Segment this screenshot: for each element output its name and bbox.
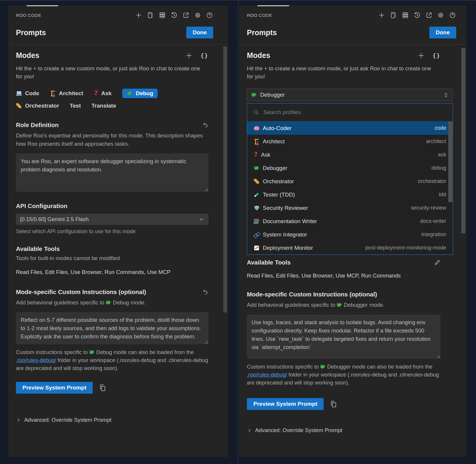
api-configuration-title: API Configuration: [16, 202, 67, 210]
settings-gear-icon[interactable]: [194, 12, 201, 19]
custom-instructions-description: Add behavioral guidelines specific toDeb…: [247, 301, 441, 309]
bug-icon: [105, 300, 112, 306]
edit-tools-pencil-icon[interactable]: [434, 259, 441, 266]
copy-system-prompt-icon[interactable]: [330, 400, 338, 408]
add-mode-icon[interactable]: [417, 52, 425, 59]
profile-row-deployment-monitor[interactable]: Deployment Monitorpost-deployment-monito…: [247, 241, 453, 254]
mode-chip-translate[interactable]: Translate: [92, 103, 116, 109]
panel-debugger-mode: ROO CODE Prompts Done Modes {}: [239, 5, 467, 457]
mode-chip-test[interactable]: Test: [70, 103, 81, 109]
custom-instructions-title: Mode-specific Custom Instructions (optio…: [247, 291, 377, 298]
marketplace-icon[interactable]: [147, 12, 154, 19]
boomerang-icon: [254, 179, 260, 184]
available-tools-note: Tools for built-in modes cannot be modif…: [16, 254, 208, 262]
rules-folder-link[interactable]: .roo/rules-debug/: [16, 357, 56, 363]
books-icon: [254, 218, 260, 224]
profile-row-orchestrator[interactable]: Orchestratororchestrator: [247, 175, 453, 188]
mode-select-dropdown: Search profiles Auto-Codercode Architect…: [247, 103, 453, 255]
panel-debug-mode: ROO CODE Prompts Done Modes {}: [8, 5, 228, 457]
active-tab-indicator: [27, 5, 58, 6]
add-mode-icon[interactable]: [185, 52, 193, 59]
edit-modes-json-icon[interactable]: {}: [200, 52, 208, 59]
help-icon[interactable]: [206, 12, 213, 19]
settings-gear-icon[interactable]: [437, 12, 444, 19]
history-icon[interactable]: [413, 12, 421, 19]
resize-grip[interactable]: [436, 355, 440, 358]
modes-title: Modes: [16, 51, 39, 60]
new-task-icon[interactable]: [378, 12, 385, 19]
search-placeholder: Search profiles: [263, 109, 301, 116]
extension-titlebar: ROO CODE: [239, 5, 467, 22]
copy-system-prompt-icon[interactable]: [99, 384, 107, 392]
modes-description: Hit the + to create a new custom mode, o…: [16, 64, 206, 80]
open-in-editor-icon[interactable]: [425, 12, 433, 19]
laptop-icon: [16, 90, 22, 96]
question-icon: [94, 90, 98, 96]
api-configuration-select[interactable]: [0.15/0.60] Gemini 2.5 Flash: [16, 214, 208, 225]
rules-folder-link[interactable]: .roo/rules-debug/: [247, 372, 287, 378]
custom-instructions-textarea[interactable]: Use logs, traces, and stack analysis to …: [247, 314, 441, 359]
custom-instructions-description: Add behavioral guidelines specific toDeb…: [16, 298, 208, 307]
mode-chip-ask[interactable]: Ask: [94, 89, 112, 98]
resize-grip[interactable]: [204, 188, 208, 191]
dropdown-scrollbar[interactable]: [448, 121, 452, 202]
advanced-override-toggle[interactable]: Advanced: Override System Prompt: [16, 417, 208, 423]
available-tools-list: Read Files, Edit Files, Use Browser, Use…: [247, 272, 441, 279]
help-icon[interactable]: [449, 12, 456, 19]
right-panel-scrollbar[interactable]: [461, 48, 465, 233]
left-panel-scrollbar[interactable]: [223, 46, 227, 312]
modes-description: Hit the + to create a new custom mode, o…: [247, 64, 437, 80]
new-task-icon[interactable]: [135, 12, 142, 19]
roo-code-prompts-screens: ROO CODE Prompts Done Modes {}: [0, 0, 476, 464]
mode-chip-orchestrator[interactable]: Orchestrator: [16, 103, 59, 109]
extension-titlebar: ROO CODE: [8, 5, 228, 22]
bug-icon: [251, 92, 257, 98]
available-tools-list: Read Files, Edit Files, Use Browser, Run…: [16, 269, 208, 275]
app-title: ROO CODE: [16, 13, 41, 18]
app-title: ROO CODE: [247, 13, 272, 18]
advanced-override-toggle[interactable]: Advanced: Override System Prompt: [247, 427, 441, 434]
marketplace-icon[interactable]: [390, 12, 397, 19]
active-tab-indicator: [257, 5, 289, 6]
api-configuration-helper: Select which API configuration to use fo…: [16, 228, 208, 235]
bug-icon: [127, 90, 133, 96]
profile-row-debugger[interactable]: Debuggerdebug: [247, 161, 453, 175]
role-definition-textarea[interactable]: You are Roo, an expert software debugger…: [16, 153, 208, 192]
profile-row-documentation-writer[interactable]: Documentation Writerdocs-writer: [247, 215, 453, 228]
bug-icon: [336, 302, 343, 308]
mode-chip-code[interactable]: Code: [16, 89, 39, 98]
select-updown-icon: [443, 92, 449, 98]
mode-chip-list: Code Architect Ask Debug Orchestrator Te…: [16, 89, 193, 109]
mcp-servers-icon[interactable]: [159, 12, 166, 19]
profile-row-auto-coder[interactable]: Auto-Codercode: [247, 121, 453, 135]
page-title: Prompts: [16, 28, 46, 37]
revert-role-definition-icon[interactable]: [202, 122, 208, 128]
revert-custom-instructions-icon[interactable]: [202, 289, 208, 295]
preview-system-prompt-button[interactable]: Preview System Prompt: [16, 382, 93, 394]
done-button[interactable]: Done: [429, 27, 457, 38]
profile-row-security-reviewer[interactable]: Security Reviewersecurity-review: [247, 201, 453, 215]
bug-icon: [254, 165, 260, 171]
crane-icon: [50, 90, 56, 96]
profile-row-architect[interactable]: Architectarchitect: [247, 135, 453, 148]
mode-chip-architect[interactable]: Architect: [50, 89, 83, 98]
preview-system-prompt-button[interactable]: Preview System Prompt: [247, 398, 324, 410]
done-button[interactable]: Done: [186, 27, 213, 38]
mcp-servers-icon[interactable]: [402, 12, 409, 19]
shield-icon: [254, 205, 260, 211]
history-icon[interactable]: [170, 12, 178, 19]
search-profiles-input[interactable]: Search profiles: [247, 103, 453, 121]
profile-row-tester[interactable]: Tester (TDD)tdd: [247, 188, 453, 201]
crane-icon: [254, 139, 260, 145]
mode-select[interactable]: Debugger: [247, 89, 453, 101]
search-icon: [253, 109, 259, 116]
panel-separator: [238, 0, 238, 464]
open-in-editor-icon[interactable]: [182, 12, 190, 19]
custom-instructions-textarea[interactable]: Reflect on 5-7 different possible source…: [16, 312, 208, 344]
bug-icon: [320, 364, 326, 370]
mode-chip-debug[interactable]: Debug: [122, 89, 158, 98]
profile-row-system-integrator[interactable]: System Integratorintegration: [247, 228, 453, 241]
resize-grip[interactable]: [204, 340, 208, 344]
edit-modes-json-icon[interactable]: {}: [433, 52, 441, 59]
profile-row-ask[interactable]: Askask: [247, 148, 453, 161]
